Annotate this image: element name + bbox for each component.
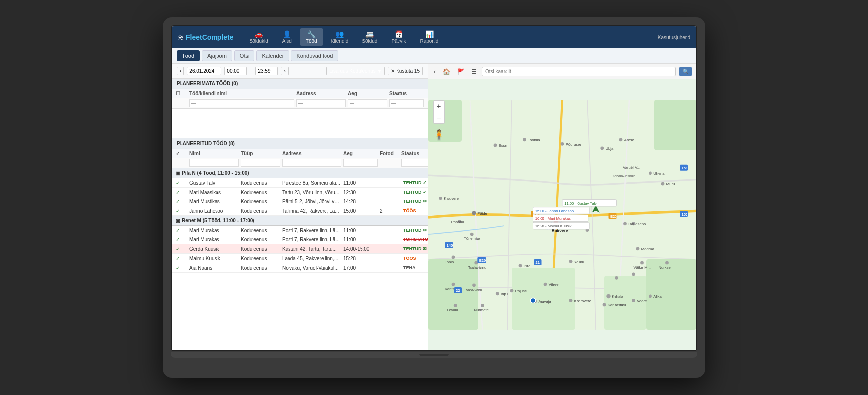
table-row[interactable]: ✓ Mati Maasikas Koduteenus Tartu 23, Võr…: [172, 188, 428, 197]
expand-icon-pila: ▣: [176, 171, 180, 176]
left-panel: ‹ – › Lisa uus Koduteenus ▼ ✕ Kustuta 15…: [172, 64, 428, 350]
date-input[interactable]: [187, 67, 221, 75]
next-date-button[interactable]: ›: [281, 67, 288, 75]
svg-text:Essu: Essu: [499, 143, 507, 148]
table-row[interactable]: ✓ Mari Murakas Koduteenus Posti 7, Rakve…: [172, 226, 428, 235]
svg-text:Põdrusse: Põdrusse: [566, 142, 581, 147]
status-badge: TEHTUD ✉: [401, 198, 428, 204]
svg-text:Uhvna: Uhvna: [653, 171, 665, 176]
sub-navigation: Tööd Ajajoom Otsi Kalender Konduvad tööd: [172, 48, 696, 64]
status-badge: TÖÖS: [401, 208, 428, 214]
pfilter-type[interactable]: [241, 159, 280, 167]
pfilter-address[interactable]: [282, 159, 341, 167]
nav-label-soidud: Sõidud: [362, 39, 377, 44]
pcol-name: Nimi: [189, 151, 239, 156]
prev-date-button[interactable]: ‹: [177, 67, 184, 75]
nav-item-paevik[interactable]: 📅 Päevik: [385, 28, 412, 46]
row-name: Mari Murakas: [189, 237, 239, 242]
table-row[interactable]: ✓ Aia Naaris Koduteenus Nõlvaku, Varuël-…: [172, 263, 428, 273]
table-row[interactable]: ✓ Gustav Talv Koduteenus Puiestee 8a, Sõ…: [172, 178, 428, 188]
row-time: 11:00: [343, 237, 378, 242]
map-search-input[interactable]: [482, 67, 676, 76]
streetview-icon[interactable]: 🧍: [433, 129, 445, 141]
svg-point-73: [606, 294, 611, 299]
map-search-button[interactable]: 🔍: [679, 67, 692, 76]
svg-rect-2: [654, 100, 696, 150]
row-time: 15:00: [343, 208, 378, 214]
planned-section-header: PLANEERITUD TÖÖD (8): [172, 138, 428, 149]
tab-ajajoom[interactable]: Ajajoom: [202, 50, 232, 61]
svg-point-64: [623, 222, 627, 225]
svg-text:Kannastiku: Kannastiku: [608, 303, 626, 307]
pfilter-status[interactable]: [401, 159, 428, 167]
table-row[interactable]: ✓ Janno Lahesoo Koduteenus Tallinna 42, …: [172, 206, 428, 216]
van-icon: 🚐: [365, 30, 374, 38]
col-checkbox: ☐: [176, 91, 187, 96]
map-list-icon[interactable]: ☰: [470, 67, 479, 76]
planned-table-filter: [172, 158, 428, 168]
top-navigation: ≋ FleetComplete 🚗 Sõidukid 👤 Aiad 🔧 Tööd: [172, 26, 696, 48]
map-flag-icon[interactable]: 🚩: [455, 67, 467, 76]
status-badge: TEHTUD ✓: [401, 180, 428, 186]
row-address: Tartu 23, Võru linn, Võru...: [282, 190, 341, 195]
nav-item-raportid[interactable]: 📊 Raportid: [414, 28, 444, 46]
svg-text:Mõdrika: Mõdrika: [641, 247, 655, 251]
time-start-input[interactable]: [224, 67, 247, 75]
row-name: Gerda Kuusik: [189, 246, 239, 252]
tab-otsi[interactable]: Otsi: [234, 50, 255, 61]
nav-right-help[interactable]: Kasutusjuhend: [658, 35, 690, 40]
row-type: Koduteenus: [241, 208, 280, 214]
pcol-check: ✓: [176, 151, 187, 156]
row-address: Kastani 42, Tartu, Tartu...: [282, 246, 341, 252]
zoom-out-button[interactable]: −: [433, 112, 445, 124]
map-toolbar: ‹ 🏠 🚩 ☰ 🔍: [428, 64, 696, 79]
filter-name[interactable]: [189, 99, 294, 107]
add-service-button[interactable]: Lisa uus Koduteenus ▼: [326, 67, 385, 75]
map-home-icon[interactable]: 🏠: [441, 67, 452, 76]
time-end-input[interactable]: [255, 67, 278, 75]
map-back-button[interactable]: ‹: [432, 67, 438, 76]
nav-label-paevik: Päevik: [391, 39, 406, 44]
group-header-renet[interactable]: ▣ Renet M (5 Tööd, 11:00 - 17:00): [172, 216, 428, 226]
nav-item-soidukid[interactable]: 🚗 Sõidukid: [243, 28, 274, 46]
zoom-in-button[interactable]: +: [433, 100, 445, 112]
svg-text:Alika: Alika: [653, 294, 662, 299]
svg-point-15: [600, 146, 604, 150]
svg-text:Nurkse: Nurkse: [659, 265, 671, 270]
tab-kalender[interactable]: Kalender: [256, 50, 289, 61]
svg-text:21: 21: [536, 260, 540, 265]
nav-item-kliendid[interactable]: 👥 Kliendid: [325, 28, 355, 46]
filter-address[interactable]: [296, 99, 346, 107]
svg-text:11:00 - Gustav Talv: 11:00 - Gustav Talv: [564, 201, 597, 206]
pfilter-time[interactable]: [343, 159, 378, 167]
map-zoom-controls: + −: [433, 100, 445, 124]
svg-point-75: [649, 295, 652, 298]
nav-item-aiad[interactable]: 👤 Aiad: [276, 28, 298, 46]
pcol-time: Aeg: [343, 151, 378, 156]
filter-time[interactable]: [348, 99, 387, 107]
row-address: Tallinna 42, Rakvere, Lä...: [282, 208, 341, 214]
pfilter-name[interactable]: [189, 159, 239, 167]
person-icon: 👤: [283, 30, 291, 38]
svg-text:Koeravere: Koeravere: [574, 299, 591, 303]
col-address: Aadress: [296, 91, 346, 96]
table-row[interactable]: ✓ Mari Mustikas Koduteenus Pärni 5-2, Jõ…: [172, 197, 428, 206]
table-row[interactable]: ✓ Malmu Kuusik Koduteenus Laada 45, Rakv…: [172, 254, 428, 263]
svg-point-27: [452, 255, 455, 259]
svg-point-95: [530, 298, 535, 303]
nav-item-tood[interactable]: 🔧 Tööd: [300, 28, 323, 46]
delete-button[interactable]: ✕ Kustuta 15: [388, 67, 423, 75]
nav-item-soidud[interactable]: 🚐 Sõidud: [356, 28, 383, 46]
nav-label-kliendid: Kliendid: [331, 39, 349, 44]
filter-status[interactable]: [389, 99, 424, 107]
logo-text-complete: Complete: [202, 33, 234, 41]
group-header-pila[interactable]: ▣ Pila N (4 Tööd, 11:00 - 15:00): [172, 168, 428, 178]
logo[interactable]: ≋ FleetComplete: [178, 33, 233, 42]
tab-tood[interactable]: Tööd: [177, 50, 200, 61]
svg-point-29: [474, 261, 478, 265]
table-row[interactable]: ✓ Mari Murakas Koduteenus Posti 7, Rakve…: [172, 235, 428, 244]
tab-konduvad[interactable]: Konduvad tööd: [291, 50, 338, 61]
table-row[interactable]: ✓ Gerda Kuusik Koduteenus Kastani 42, Ta…: [172, 244, 428, 254]
row-check: ✓: [176, 256, 187, 261]
unplanned-section-header: PLANEERIMATA TÖÖD (0): [172, 79, 428, 89]
